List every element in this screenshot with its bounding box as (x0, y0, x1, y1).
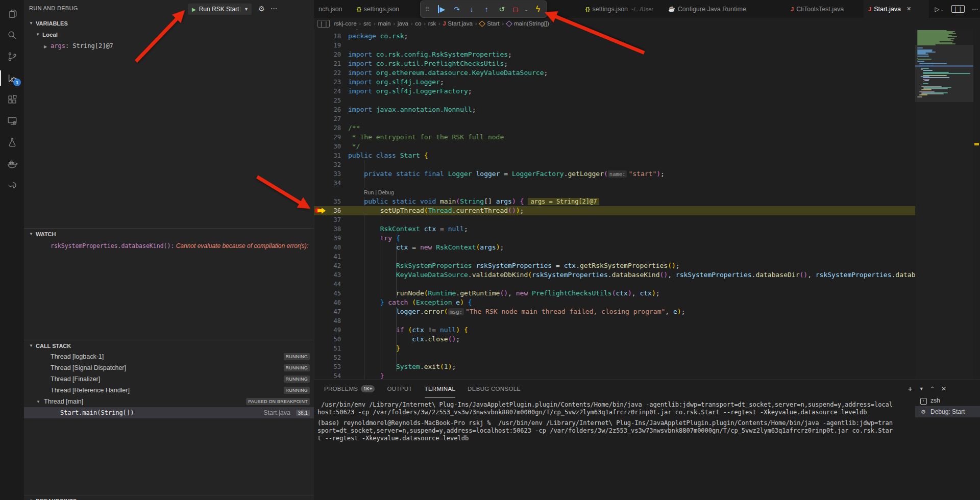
code-line-38: 38 RskContext ctx = null; (314, 224, 915, 234)
indent-guide (396, 280, 397, 289)
activity-bar-item-explorer[interactable] (0, 3, 24, 24)
editor-tab-settings-json[interactable]: {}settings.json~/.../User (581, 0, 664, 18)
editor-tab-nch-json[interactable]: nch.json (314, 0, 353, 18)
activity-bar-item-gradle[interactable] (0, 174, 24, 196)
run-file-button[interactable]: ▷ ⌄ (935, 6, 944, 13)
run-config-dropdown[interactable]: ▶ Run RSK Start ▼ (188, 4, 252, 15)
maximize-panel-icon[interactable]: ⌃ (930, 386, 935, 391)
breadcrumb-item[interactable]: src (363, 20, 371, 27)
split-in-group-icon[interactable]: ❘❘ (317, 20, 330, 28)
activity-bar-item-remote-explorer[interactable] (0, 110, 24, 132)
minimap[interactable] (915, 29, 973, 379)
line-number: 22 (314, 68, 341, 78)
code-text: if (ctx != null) { (348, 326, 468, 335)
breadcrumb-item[interactable]: rskj-core (334, 20, 356, 27)
variable-args[interactable]: ▶ args: String[2]@7 (24, 41, 314, 52)
step-out-button[interactable]: ↑ (479, 5, 494, 13)
stack-frame-selected[interactable]: Start.main(String[]) Start.java 36:1 (24, 407, 314, 418)
panel-tab-output[interactable]: OUTPUT (387, 380, 412, 397)
code-line-52: 52 (314, 353, 915, 362)
line-number: 28 (314, 123, 341, 133)
code-editor[interactable]: 17 */18package co.rsk;1920import co.rsk.… (314, 29, 980, 379)
new-terminal-icon[interactable]: + (908, 384, 913, 393)
activity-bar-item-extensions[interactable] (0, 89, 24, 110)
breadcrumb-item[interactable]: main (378, 20, 391, 27)
chevron-right-icon[interactable]: ▶ (44, 44, 47, 49)
indent-guide (396, 252, 397, 261)
indent-guide (396, 353, 397, 362)
step-into-button[interactable]: ↓ (464, 5, 479, 13)
panel-tab-problems[interactable]: PROBLEMS1K+ (324, 380, 375, 397)
breadcrumb-separator: › (394, 21, 395, 27)
code-line-31: 31public class Start { (314, 151, 915, 160)
breadcrumb-item[interactable]: Start (487, 20, 499, 27)
minimap-line (917, 44, 936, 45)
editor-tab-configure-java-runtime[interactable]: ☕Configure Java Runtime (664, 0, 787, 18)
close-icon[interactable]: ✕ (905, 5, 913, 13)
panel-tab-terminal[interactable]: TERMINAL (425, 380, 456, 397)
call-stack-thread-row[interactable]: Thread [Reference Handler]RUNNING (24, 385, 314, 396)
editor-tab-clitoolstest-java[interactable]: JCliToolsTest.java (786, 0, 864, 18)
terminal-output[interactable]: /usr/bin/env /Library/Internet\ Plug-Ins… (317, 401, 907, 442)
call-stack-thread-row[interactable]: Thread [logback-1]RUNNING (24, 351, 314, 362)
split-editor-icon[interactable]: ❘❘ (951, 5, 965, 13)
editor-tab-start-java[interactable]: JStart.java✕ (864, 0, 928, 18)
terminal-dropdown-icon[interactable]: ▼ (919, 386, 924, 391)
testing-icon (7, 137, 18, 148)
minimap-current-line (915, 65, 973, 67)
line-number: 54 (314, 371, 341, 379)
step-over-button[interactable]: ↷ (449, 5, 464, 13)
stop-dropdown-button[interactable]: ⌄ (522, 7, 531, 12)
more-actions-icon[interactable]: ⋯ (271, 5, 277, 12)
indent-guide (364, 353, 364, 362)
codelens-run-debug[interactable]: Run | Debug (364, 188, 394, 197)
code-text: setUpThread(Thread.currentThread()); (348, 206, 524, 215)
breadcrumb-item[interactable]: java (398, 20, 408, 27)
thread-status-badge: RUNNING (284, 387, 310, 394)
activity-bar-item-source-control[interactable] (0, 46, 24, 67)
close-panel-icon[interactable]: ✕ (941, 385, 946, 392)
section-divider (24, 495, 314, 495)
watch-expression-row[interactable]: rskSystemProperties.databaseKind(): Cann… (24, 241, 314, 252)
panel-tab-debug-console[interactable]: DEBUG CONSOLE (468, 380, 521, 397)
code-line-28: 28/** (314, 123, 915, 133)
call-stack-thread-row[interactable]: Thread [Finalizer]RUNNING (24, 373, 314, 385)
activity-bar-item-search[interactable] (0, 24, 24, 46)
restart-button[interactable]: ↺ (494, 5, 509, 13)
chevron-down-icon[interactable]: ▼ (240, 7, 252, 12)
drag-grip-button[interactable]: ⠿ (421, 6, 434, 13)
minimap-line (921, 84, 921, 85)
activity-bar-item-docker[interactable] (0, 153, 24, 174)
breakpoint-current-line-icon[interactable] (315, 207, 327, 214)
breakpoints-section-header[interactable]: ▼ BREAKPOINTS (24, 496, 314, 500)
breadcrumb[interactable]: ❘❘ rskj-core›src›main›java›co›rsk›JStart… (314, 18, 980, 29)
line-number: 21 (314, 59, 341, 68)
terminal-instance-zsh[interactable]: ›zsh (915, 395, 980, 406)
call-stack-thread-row[interactable]: ▼Thread [main]PAUSED ON BREAKPOINT (24, 396, 314, 407)
more-actions-icon[interactable]: ⋯ (972, 6, 978, 13)
gear-icon[interactable]: ⚙ (258, 5, 265, 13)
editor-scrollbar[interactable] (973, 29, 980, 379)
continue-button[interactable]: ▶ (434, 5, 449, 13)
breadcrumb-item[interactable]: rsk (428, 20, 436, 27)
stop-button[interactable]: ◻ (509, 5, 522, 13)
code-text: ctx.close(); (348, 335, 460, 344)
code-line-43: 43 KeyValueDataSource.validateDbKind(rsk… (314, 270, 915, 280)
activity-bar-item-testing[interactable] (0, 132, 24, 153)
activity-bar-item-run-and-debug[interactable]: 1 (0, 67, 24, 89)
call-stack-thread-row[interactable]: Thread [Signal Dispatcher]RUNNING (24, 362, 314, 373)
line-number: 47 (314, 307, 341, 316)
breadcrumb-item[interactable]: co (415, 20, 421, 27)
terminal-instance-debug-start[interactable]: ⚙Debug: Start (915, 406, 980, 417)
code-line-53: 53 System.exit(1); (314, 362, 915, 371)
minimap-line (923, 81, 923, 82)
chevron-down-icon: ▼ (29, 21, 33, 26)
code-line-32: 32 (314, 160, 915, 169)
call-stack-section-header[interactable]: ▼ CALL STACK (24, 341, 314, 352)
line-number: 37 (314, 215, 341, 224)
watch-section-header[interactable]: ▼ WATCH (24, 230, 314, 240)
breadcrumb-item[interactable]: main(String[]) (514, 20, 549, 27)
hot-code-replace-button[interactable]: ϟ (531, 5, 545, 14)
minimap-line (917, 61, 924, 62)
breadcrumb-item[interactable]: Start.java (448, 20, 473, 27)
